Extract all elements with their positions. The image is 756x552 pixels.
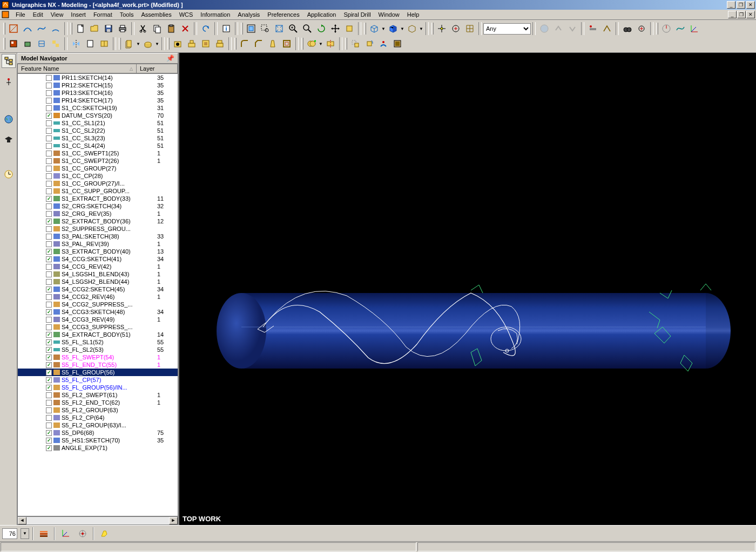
menu-analysis[interactable]: Analysis [234, 10, 264, 19]
checkbox[interactable] [46, 385, 52, 391]
tree-row[interactable]: +S3_PAL:SKETCH(38)33 [18, 233, 178, 240]
tree-row[interactable]: +S5_FL_END_TC(55)1 [18, 361, 178, 369]
checkbox[interactable] [46, 151, 52, 156]
snap-center-icon[interactable] [449, 22, 463, 36]
menu-file[interactable]: File [12, 10, 29, 19]
save-icon[interactable] [102, 22, 116, 36]
wcs-icon[interactable] [58, 527, 72, 541]
tree-row[interactable]: +S5_FL2_GROUP(63)/I... [18, 421, 178, 429]
view-orient-icon[interactable] [342, 22, 356, 36]
layer-dropdown-icon[interactable]: ▼ [21, 528, 29, 539]
tree-row[interactable]: +S1_CC_GROUP(27) [18, 165, 178, 172]
scroll-left-icon[interactable]: ◄ [18, 517, 26, 524]
checkbox[interactable] [46, 241, 52, 247]
checkbox[interactable] [46, 75, 52, 81]
draft-icon[interactable] [266, 37, 280, 51]
tree-row[interactable]: +DATUM_CSYS(20)70 [18, 112, 178, 119]
navigator-tab-icon[interactable] [2, 54, 16, 68]
zoom-extents-icon[interactable] [272, 22, 286, 36]
tree-row[interactable]: +S1_CC:SKETCH(19)31 [18, 104, 178, 112]
tree-row[interactable]: +S1_CC_SWEPT1(25)1 [18, 149, 178, 157]
tree-row[interactable]: +S5_FL_CP(57) [18, 376, 178, 384]
rotate-body-icon[interactable] [362, 37, 376, 51]
measure-icon[interactable] [659, 22, 673, 36]
dropdown-arrow-icon[interactable]: ▼ [419, 26, 424, 31]
checkbox[interactable] [46, 294, 52, 300]
tree-row[interactable]: +S2_SUPPRESS_GROU... [18, 225, 178, 233]
checkbox[interactable] [46, 249, 52, 255]
dropdown-arrow-icon[interactable]: ▼ [400, 26, 405, 31]
new-file-icon[interactable] [73, 22, 87, 36]
tree-row[interactable]: +S2_EXTRACT_BODY(36)12 [18, 217, 178, 225]
3d-viewport[interactable]: TOP WORK [179, 53, 756, 525]
checkbox[interactable] [46, 445, 52, 451]
checkbox[interactable] [46, 181, 52, 187]
layer-input[interactable] [2, 528, 17, 539]
delete-icon[interactable] [178, 22, 192, 36]
layer-settings-icon[interactable] [37, 527, 51, 541]
tree-row[interactable]: +S4_CCG2:SKETCH(45)34 [18, 285, 178, 293]
tree-row[interactable]: +S1_CC_SL2(22)51 [18, 127, 178, 134]
tree-row[interactable]: +PR13:SKETCH(16)35 [18, 89, 178, 97]
open-file-icon[interactable] [87, 22, 102, 36]
wireframe-icon[interactable] [367, 22, 381, 36]
checkbox[interactable] [46, 287, 52, 292]
tree-row[interactable]: +S5_HS1:SKETCH(70)35 [18, 437, 178, 444]
wcs-orient-icon[interactable] [76, 527, 90, 541]
dropdown-arrow-icon[interactable]: ▼ [381, 26, 386, 31]
shell-icon[interactable] [280, 37, 294, 51]
column-layer[interactable]: Layer [137, 64, 178, 73]
tree-row[interactable]: +S4_CCG2_SUPPRESS_... [18, 301, 178, 308]
hole-icon[interactable] [171, 37, 185, 51]
drafting-icon[interactable] [35, 37, 49, 51]
checkbox[interactable] [46, 128, 52, 134]
tree-row[interactable]: +S4_CCG3_SUPPRESS_... [18, 323, 178, 331]
tree-row[interactable]: +S1_CC_SUPP_GROUP... [18, 187, 178, 195]
checkbox[interactable] [46, 98, 52, 104]
zoom-icon[interactable] [300, 22, 314, 36]
checkbox[interactable] [46, 120, 52, 126]
zoom-window-icon[interactable] [258, 22, 272, 36]
checkbox[interactable] [46, 392, 52, 398]
binoculars-icon[interactable] [620, 22, 634, 36]
tree-row[interactable]: +S3_PAL_REV(39)1 [18, 240, 178, 248]
pan-icon[interactable] [328, 22, 342, 36]
checkbox[interactable] [46, 196, 52, 202]
checkbox[interactable] [46, 226, 52, 232]
modeling-icon[interactable] [21, 37, 35, 51]
menu-tools[interactable]: Tools [116, 10, 138, 19]
tree-row[interactable]: +S5_FL2_END_TC(62)1 [18, 399, 178, 406]
checkbox[interactable] [46, 173, 52, 179]
checkbox[interactable] [46, 234, 52, 240]
checkbox[interactable] [46, 362, 52, 368]
menu-application[interactable]: Application [303, 10, 340, 19]
tree-row[interactable]: +S4_LSGSH2_BLEND(44)1 [18, 278, 178, 285]
education-tab-icon[interactable] [2, 133, 16, 147]
trim-icon[interactable] [323, 37, 338, 51]
checkbox[interactable] [46, 317, 52, 323]
pin-icon[interactable]: 📌 [166, 54, 174, 62]
mirror-icon[interactable] [69, 37, 83, 51]
nav-down-icon[interactable] [565, 22, 579, 36]
menu-edit[interactable]: Edit [29, 10, 47, 19]
mdi-minimize-button[interactable]: _ [728, 11, 737, 18]
checkbox[interactable] [46, 113, 52, 119]
tree-row[interactable]: +S2_CRG:SKETCH(34)32 [18, 202, 178, 210]
tree-row[interactable]: +S5_FL2_SWEPT(61)1 [18, 391, 178, 399]
tree-row[interactable]: +S2_CRG_REV(35)1 [18, 210, 178, 217]
pocket-icon[interactable] [199, 37, 213, 51]
checkbox[interactable] [46, 370, 52, 376]
revolve-icon[interactable] [141, 37, 155, 51]
maximize-button[interactable]: ❐ [737, 1, 745, 9]
pad-icon[interactable] [213, 37, 227, 51]
tree-row[interactable]: +S1_CC_SWEPT2(26)1 [18, 157, 178, 165]
checkbox[interactable] [46, 256, 52, 262]
boss-icon[interactable] [185, 37, 199, 51]
spline-icon[interactable] [35, 22, 49, 36]
unite-icon[interactable] [305, 37, 319, 51]
checkbox[interactable] [46, 324, 52, 330]
mdi-icon[interactable] [1, 10, 10, 19]
checkbox[interactable] [46, 211, 52, 217]
checkbox[interactable] [46, 302, 52, 308]
menu-assemblies[interactable]: Assemblies [137, 10, 175, 19]
